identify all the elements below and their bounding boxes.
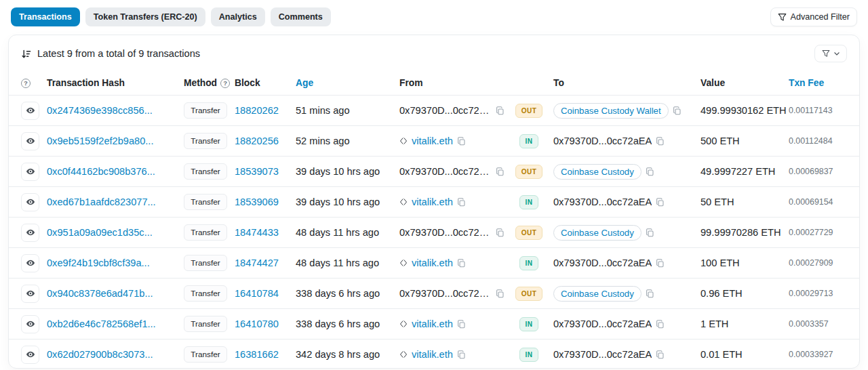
block-link[interactable]: 16410780 xyxy=(235,318,296,329)
to-address-link[interactable]: Coinbase Custody xyxy=(553,286,642,302)
copy-icon[interactable] xyxy=(656,198,665,207)
copy-icon[interactable] xyxy=(646,289,654,298)
header-age-toggle[interactable]: Age xyxy=(296,78,399,88)
from-address-link[interactable]: vitalik.eth xyxy=(412,197,453,207)
transaction-hash-link[interactable]: 0x62d027900b8c3073... xyxy=(47,349,172,360)
help-icon: ? xyxy=(21,79,31,88)
from-cell: vitalik.eth xyxy=(399,197,505,207)
list-summary-text: Latest 9 from a total of 9 transactions xyxy=(37,48,200,59)
to-address-link[interactable]: 0x79370D...0cc72aEA xyxy=(553,197,652,207)
copy-icon[interactable] xyxy=(656,259,665,268)
table-body: 0x2474369e398cc856... Transfer 18820262 … xyxy=(9,95,859,369)
to-address-link[interactable]: Coinbase Custody xyxy=(553,225,642,241)
copy-icon[interactable] xyxy=(656,320,665,329)
to-address-link[interactable]: Coinbase Custody xyxy=(553,164,642,180)
copy-icon[interactable] xyxy=(457,198,466,207)
preview-eye-button[interactable] xyxy=(21,163,39,181)
preview-eye-button[interactable] xyxy=(21,346,39,364)
copy-icon[interactable] xyxy=(646,228,654,237)
copy-icon[interactable] xyxy=(496,228,505,237)
preview-eye-button[interactable] xyxy=(21,254,39,272)
transaction-hash-link[interactable]: 0x9eb5159f2ef2b9a80... xyxy=(47,136,172,146)
from-address-link[interactable]: vitalik.eth xyxy=(412,349,453,360)
copy-icon[interactable] xyxy=(496,289,505,298)
transaction-hash-link[interactable]: 0x2474369e398cc856... xyxy=(47,105,172,116)
table-row: 0xc0f44162bc908b376... Transfer 18539073… xyxy=(9,156,859,186)
block-link[interactable]: 16381662 xyxy=(235,349,296,360)
copy-icon[interactable] xyxy=(496,106,505,115)
copy-icon[interactable] xyxy=(646,167,654,176)
from-cell: vitalik.eth xyxy=(399,136,505,146)
from-cell: vitalik.eth xyxy=(399,349,505,360)
to-cell: 0x79370D...0cc72aEA xyxy=(553,197,701,207)
copy-icon[interactable] xyxy=(457,259,466,268)
txn-fee-text: 0.00033927 xyxy=(789,350,847,359)
block-link[interactable]: 18539073 xyxy=(235,166,296,177)
preview-eye-button[interactable] xyxy=(21,285,39,303)
preview-eye-button[interactable] xyxy=(21,224,39,242)
tab-token-transfers[interactable]: Token Transfers (ERC-20) xyxy=(85,7,205,26)
from-address-link[interactable]: 0x79370D...0cc72aEA xyxy=(399,288,492,299)
txn-fee-text: 0.00069154 xyxy=(789,197,847,207)
to-address-link[interactable]: Coinbase Custody Wallet xyxy=(553,103,669,119)
method-badge: Transfer xyxy=(184,102,227,119)
copy-icon[interactable] xyxy=(457,350,466,359)
copy-icon[interactable] xyxy=(457,137,466,146)
table-row: 0x940c8378e6ad471b... Transfer 16410784 … xyxy=(9,278,859,308)
to-address-link[interactable]: 0x79370D...0cc72aEA xyxy=(553,349,652,360)
preview-eye-button[interactable] xyxy=(21,193,39,211)
header-block: Block xyxy=(235,78,296,88)
transaction-hash-link[interactable]: 0xed67b1aafdc823077... xyxy=(47,197,172,207)
txn-fee-text: 0.00027729 xyxy=(789,228,847,237)
eye-icon xyxy=(26,106,35,115)
from-address-link[interactable]: 0x79370D...0cc72aEA xyxy=(399,227,492,238)
header-to: To xyxy=(553,78,701,88)
direction-badge: OUT xyxy=(515,165,542,179)
copy-icon[interactable] xyxy=(673,106,682,115)
preview-eye-button[interactable] xyxy=(21,102,39,120)
to-address-link[interactable]: 0x79370D...0cc72aEA xyxy=(553,136,652,146)
copy-icon[interactable] xyxy=(656,350,665,359)
preview-eye-button[interactable] xyxy=(21,132,39,150)
copy-icon[interactable] xyxy=(656,137,665,146)
block-link[interactable]: 16410784 xyxy=(235,288,296,299)
direction-badge: OUT xyxy=(515,104,542,118)
from-address-link[interactable]: vitalik.eth xyxy=(412,318,453,329)
transaction-hash-link[interactable]: 0xe9f24b19cbf8cf39a... xyxy=(47,258,172,268)
from-address-link[interactable]: vitalik.eth xyxy=(412,258,453,268)
block-link[interactable]: 18474433 xyxy=(235,227,296,238)
transaction-hash-link[interactable]: 0x940c8378e6ad471b... xyxy=(47,288,172,299)
from-cell: 0x79370D...0cc72aEA xyxy=(399,288,505,299)
block-link[interactable]: 18539069 xyxy=(235,197,296,207)
table-filter-button[interactable] xyxy=(814,45,847,62)
block-link[interactable]: 18820256 xyxy=(235,136,296,146)
transaction-hash-link[interactable]: 0xc0f44162bc908b376... xyxy=(47,166,172,177)
block-link[interactable]: 18474427 xyxy=(235,258,296,268)
to-address-link[interactable]: 0x79370D...0cc72aEA xyxy=(553,258,652,268)
value-text: 0.96 ETH xyxy=(701,288,789,299)
direction-badge: OUT xyxy=(515,287,542,301)
list-summary: Latest 9 from a total of 9 transactions xyxy=(21,48,200,59)
to-address-link[interactable]: 0x79370D...0cc72aEA xyxy=(553,318,652,329)
age-text: 39 days 10 hrs ago xyxy=(296,197,399,207)
preview-eye-button[interactable] xyxy=(21,315,39,333)
eye-icon xyxy=(26,197,35,207)
copy-icon[interactable] xyxy=(457,320,466,329)
from-address-link[interactable]: vitalik.eth xyxy=(412,136,453,146)
tab-group: Transactions Token Transfers (ERC-20) An… xyxy=(11,7,331,26)
tab-transactions[interactable]: Transactions xyxy=(11,7,80,26)
copy-icon[interactable] xyxy=(496,167,505,176)
header-txn-fee-toggle[interactable]: Txn Fee xyxy=(789,78,847,88)
value-text: 99.99970286 ETH xyxy=(701,227,789,238)
table-row: 0xe9f24b19cbf8cf39a... Transfer 18474427… xyxy=(9,247,859,278)
tab-comments[interactable]: Comments xyxy=(271,7,331,26)
from-address-link[interactable]: 0x79370D...0cc72aEA xyxy=(399,105,492,116)
from-address-link[interactable]: 0x79370D...0cc72aEA xyxy=(399,166,492,177)
txn-fee-text: 0.00027909 xyxy=(789,258,847,268)
advanced-filter-button[interactable]: Advanced Filter xyxy=(770,7,858,26)
direction-badge: OUT xyxy=(515,226,542,240)
transaction-hash-link[interactable]: 0xb2d6e46c782568ef1... xyxy=(47,318,172,329)
transaction-hash-link[interactable]: 0x951a09a09ec1d35c... xyxy=(47,227,172,238)
block-link[interactable]: 18820262 xyxy=(235,105,296,116)
tab-analytics[interactable]: Analytics xyxy=(211,7,265,26)
